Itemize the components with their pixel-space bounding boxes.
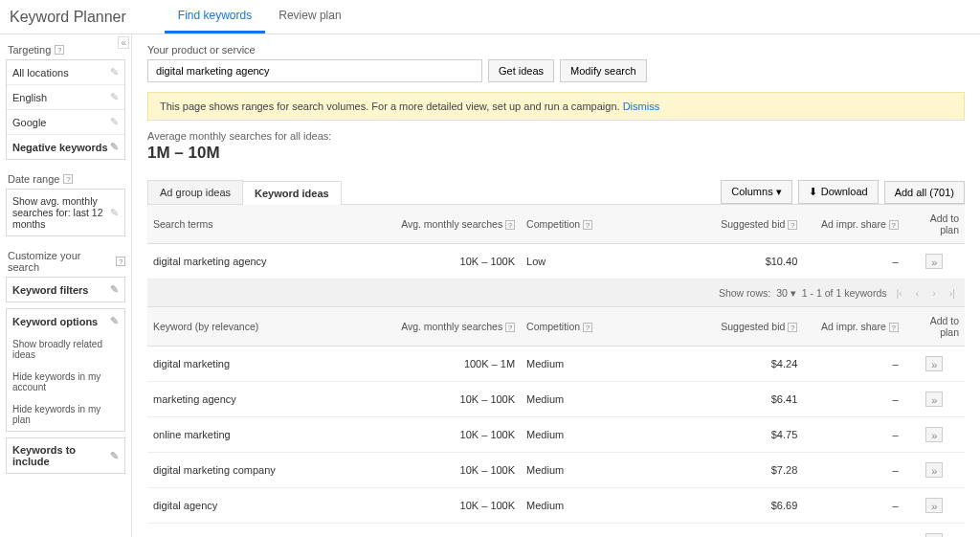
tab-adgroup-ideas[interactable]: Ad group ideas	[147, 180, 243, 204]
rows-select[interactable]: 30 ▾	[776, 287, 796, 299]
cell-comp: Medium	[521, 488, 642, 524]
cell-impr: –	[803, 417, 903, 453]
keyword-filters[interactable]: Keyword filters✎	[7, 278, 124, 302]
table-row: digital marketing agency10K – 100KLow$10…	[147, 244, 965, 280]
cell-avg: 10K – 100K	[379, 244, 521, 280]
col-bid[interactable]: Suggested bid ?	[642, 307, 804, 347]
table-row: digital agency10K – 100KMedium$6.69–»	[147, 488, 965, 524]
cell-bid: $4.24	[642, 347, 804, 382]
targeting-network[interactable]: Google✎	[7, 110, 124, 135]
col-avg[interactable]: Avg. monthly searches ?	[379, 205, 521, 244]
cell-impr: –	[803, 244, 903, 280]
pencil-icon: ✎	[110, 91, 119, 103]
cell-term: online marketing	[147, 417, 379, 453]
col-bid[interactable]: Suggested bid ?	[642, 205, 804, 244]
help-icon: ?	[583, 220, 592, 230]
avg-summary-label: Average monthly searches for all ideas:	[147, 130, 965, 142]
cell-bid: $6.41	[642, 382, 804, 417]
cell-avg: 10K – 100K	[379, 488, 521, 524]
col-impr[interactable]: Ad impr. share ?	[803, 307, 903, 347]
cell-bid: $6.30	[642, 524, 804, 538]
col-keyword-rel[interactable]: Keyword (by relevance)	[147, 307, 379, 347]
cell-avg: 100K – 1M	[379, 347, 521, 382]
cell-comp: Low	[521, 244, 642, 280]
targeting-title: Targeting?	[8, 44, 125, 56]
tab-keyword-ideas[interactable]: Keyword ideas	[242, 181, 342, 205]
cell-comp: Medium	[521, 524, 642, 538]
col-avg[interactable]: Avg. monthly searches ?	[379, 307, 521, 347]
pencil-icon: ✎	[110, 116, 119, 128]
cell-comp: Medium	[521, 453, 642, 488]
keywords-include[interactable]: Keywords to include✎	[7, 438, 124, 473]
targeting-language[interactable]: English✎	[7, 85, 124, 110]
columns-button[interactable]: Columns ▾	[721, 180, 791, 204]
pencil-icon: ✎	[110, 207, 119, 219]
tab-review-plan[interactable]: Review plan	[265, 0, 354, 34]
cell-avg: 10K – 100K	[379, 382, 521, 417]
help-icon[interactable]: ?	[55, 45, 64, 55]
product-input[interactable]	[147, 59, 482, 82]
pager-next-icon[interactable]: ›	[928, 287, 940, 299]
pager-first-icon[interactable]: |‹	[893, 287, 906, 299]
pager-range: 1 - 1 of 1 keywords	[802, 287, 887, 299]
help-icon: ?	[788, 323, 797, 332]
cell-term: marketing agency	[147, 382, 379, 417]
pager: Show rows: 30 ▾ 1 - 1 of 1 keywords |‹ ‹…	[147, 280, 965, 307]
cell-impr: –	[803, 453, 903, 488]
daterange-row[interactable]: Show avg. monthly searches for: last 12 …	[7, 190, 124, 235]
info-notice: This page shows ranges for search volume…	[147, 92, 965, 121]
sidebar: « Targeting? All locations✎ English✎ Goo…	[0, 34, 132, 537]
add-to-plan-button[interactable]: »	[925, 356, 943, 371]
table-row: online marketing10K – 100KMedium$4.75–»	[147, 417, 965, 453]
cell-impr: –	[803, 524, 903, 538]
help-icon: ?	[788, 220, 797, 230]
tab-find-keywords[interactable]: Find keywords	[165, 0, 265, 34]
add-to-plan-button[interactable]: »	[925, 427, 943, 442]
modify-search-button[interactable]: Modify search	[560, 59, 646, 82]
option-hide-plan: Hide keywords in my plan	[7, 398, 124, 431]
page-title: Keyword Planner	[10, 9, 126, 26]
col-search-terms[interactable]: Search terms	[147, 205, 379, 244]
option-broad: Show broadly related ideas	[7, 333, 124, 366]
pager-last-icon[interactable]: ›|	[946, 287, 959, 299]
add-to-plan-button[interactable]: »	[925, 392, 943, 407]
pencil-icon: ✎	[110, 450, 119, 462]
keyword-options[interactable]: Keyword options✎	[7, 309, 124, 333]
table-row: digital marketing company10K – 100KMediu…	[147, 453, 965, 488]
cell-bid: $7.28	[642, 453, 804, 488]
cell-term: digital marketing agency	[147, 244, 379, 280]
cell-bid: $4.75	[642, 417, 804, 453]
col-competition[interactable]: Competition ?	[521, 307, 642, 347]
add-to-plan-button[interactable]: »	[925, 533, 943, 537]
download-icon: ⬇	[809, 186, 817, 198]
cell-bid: $6.69	[642, 488, 804, 524]
cell-avg: 10K – 100K	[379, 453, 521, 488]
add-to-plan-button[interactable]: »	[925, 462, 943, 478]
add-to-plan-button[interactable]: »	[925, 498, 943, 513]
add-all-button[interactable]: Add all (701)	[884, 181, 965, 204]
pencil-icon: ✎	[110, 66, 119, 78]
col-competition[interactable]: Competition ?	[521, 205, 642, 244]
option-hide-account: Hide keywords in my account	[7, 366, 124, 398]
targeting-negative-keywords[interactable]: Negative keywords✎	[7, 135, 124, 159]
help-icon[interactable]: ?	[116, 257, 125, 266]
help-icon: ?	[505, 323, 515, 332]
help-icon: ?	[583, 323, 592, 332]
avg-summary-value: 1M – 10M	[147, 144, 965, 163]
targeting-locations[interactable]: All locations✎	[7, 60, 124, 85]
help-icon[interactable]: ?	[63, 174, 73, 184]
dismiss-link[interactable]: Dismiss	[623, 101, 660, 112]
add-to-plan-button[interactable]: »	[925, 254, 943, 269]
app-header: Keyword Planner Find keywords Review pla…	[0, 0, 980, 34]
col-impr[interactable]: Ad impr. share ?	[803, 205, 903, 244]
get-ideas-button[interactable]: Get ideas	[488, 59, 554, 82]
pencil-icon: ✎	[110, 283, 119, 296]
help-icon: ?	[505, 220, 515, 230]
cell-impr: –	[803, 382, 903, 417]
collapse-sidebar-icon[interactable]: «	[118, 36, 129, 49]
pager-prev-icon[interactable]: ‹	[912, 287, 924, 299]
col-addplan: Add to plan	[904, 307, 965, 347]
download-button[interactable]: ⬇Download	[798, 180, 879, 204]
col-addplan: Add to plan	[904, 205, 965, 244]
help-icon: ?	[889, 323, 899, 332]
